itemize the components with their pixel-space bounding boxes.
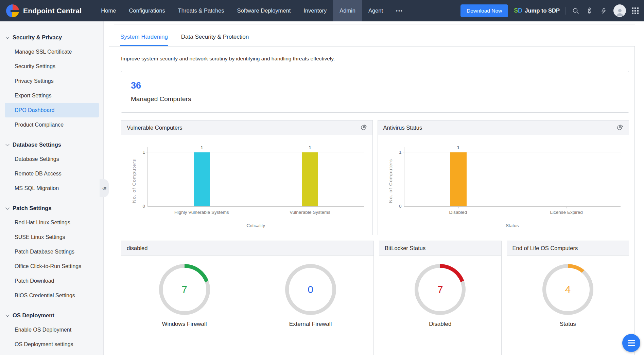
sidebar: Security & PrivacyManage SSL Certificate… — [0, 21, 104, 355]
jump-to-sdp-link[interactable]: SD Jump to SDP — [514, 7, 560, 14]
nav-item-admin[interactable]: Admin — [333, 0, 362, 21]
floating-menu-button[interactable] — [622, 334, 640, 352]
bar-categories: 11 — [148, 147, 364, 206]
nav-item-configurations[interactable]: Configurations — [122, 0, 171, 21]
vulnerable-computers-card: Vulnerable Computers No. of Computers011… — [121, 120, 373, 235]
user-avatar[interactable] — [613, 4, 626, 17]
sidebar-item-enable-os-deployment[interactable]: Enable OS Deployment — [0, 322, 103, 337]
sidebar-item-manage-ssl-certificate[interactable]: Manage SSL Certificate — [0, 44, 103, 59]
donut-value[interactable]: 4 — [565, 284, 571, 295]
collapse-sidebar-icon: ‹≡ — [102, 185, 106, 191]
sidebar-item-product-compliance[interactable]: Product Compliance — [0, 117, 103, 132]
x-axis-title: Criticality — [147, 223, 364, 228]
chart-wrap: No. of Computers011DisabledLicense Expir… — [388, 147, 621, 228]
more-menu-icon[interactable]: ••• — [389, 0, 410, 21]
sidebar-item-remote-db-access[interactable]: Remote DB Access — [0, 166, 103, 181]
hamburger-icon — [628, 340, 635, 341]
endpoint-central-logo-icon[interactable] — [6, 4, 19, 17]
donut-label: Disabled — [429, 321, 451, 328]
card-title: BitLocker Status — [385, 245, 425, 251]
whats-new-rocket-icon[interactable] — [586, 7, 594, 15]
chart-wrap: No. of Computers0111Highly Vulnerable Sy… — [132, 147, 364, 228]
chevron-down-icon — [5, 35, 9, 39]
sidebar-item-os-deployment-settings[interactable]: OS Deployment settings — [0, 337, 103, 352]
sidebar-collapse-button[interactable]: ‹≡ — [100, 179, 109, 197]
end-of-life-os-header: End of Life OS Computers — [507, 241, 629, 256]
antivirus-status-header: Antivirus Status — [378, 120, 629, 135]
navbar-right: Download Now SD Jump to SDP — [460, 4, 639, 17]
sdp-icon: SD — [514, 7, 522, 14]
x-tick-label-disabled: Disabled — [404, 210, 512, 215]
x-axis-title: Status — [404, 223, 621, 228]
tab-system-hardening[interactable]: System Hardening — [120, 34, 168, 46]
sidebar-item-security-settings[interactable]: Security Settings — [0, 59, 103, 74]
sidebar-item-dpo-dashboard[interactable]: DPO Dashboard — [5, 103, 99, 117]
main-content: Data Protection Officer Dashboard System… — [104, 0, 644, 355]
pie-chart-toggle-icon[interactable] — [360, 124, 367, 131]
sidebar-item-red-hat-linux-settings[interactable]: Red Hat Linux Settings — [0, 215, 103, 230]
nav-item-agent[interactable]: Agent — [362, 0, 389, 21]
donut-value[interactable]: 7 — [181, 284, 187, 295]
pie-chart-toggle-icon[interactable] — [616, 124, 623, 131]
nav-item-inventory[interactable]: Inventory — [297, 0, 333, 21]
plot-area: 0111 — [147, 147, 364, 207]
x-tick-label-license-expired: License Expired — [512, 210, 621, 215]
bar-highly-vulnerable-systems: 1 — [194, 152, 210, 206]
download-now-button[interactable]: Download Now — [460, 4, 508, 17]
nav-item-home[interactable]: Home — [94, 0, 122, 21]
navbar-divider — [565, 7, 566, 15]
tab-bar: System Hardening Data Security & Protect… — [114, 34, 635, 46]
sidebar-item-patch-download[interactable]: Patch Download — [0, 274, 103, 288]
bar-vulnerable-systems: 1 — [302, 152, 318, 206]
sidebar-item-database-settings[interactable]: Database Settings — [0, 152, 103, 166]
x-tick-mark — [202, 207, 202, 208]
search-icon[interactable] — [572, 7, 580, 15]
donut-ring: 4 — [542, 264, 593, 315]
firewall-disabled-header: disabled — [121, 241, 373, 256]
managed-computers-count[interactable]: 36 — [131, 80, 619, 91]
bar-value-label: 1 — [309, 145, 312, 150]
donut-hole: 7 — [163, 268, 206, 311]
sidebar-item-bios-credential-settings[interactable]: BIOS Credential Settings — [0, 288, 103, 303]
sidebar-section-header-os-deployment[interactable]: OS Deployment — [0, 309, 103, 322]
y-tick-label: 0 — [396, 204, 402, 209]
sidebar-section-header-security-privacy[interactable]: Security & Privacy — [0, 31, 103, 44]
sidebar-section-os-deployment: OS DeploymentEnable OS DeploymentOS Depl… — [0, 309, 103, 352]
bar-value-label: 1 — [457, 145, 460, 150]
nav-item-threats-patches[interactable]: Threats & Patches — [172, 0, 231, 21]
bar-chart: No. of Computers011DisabledLicense Expir… — [378, 135, 629, 235]
sidebar-item-export-settings[interactable]: Export Settings — [0, 88, 103, 103]
apps-grid-icon[interactable] — [632, 7, 639, 14]
donut-value[interactable]: 7 — [437, 284, 443, 295]
donut-group: 7Disabled — [379, 256, 501, 328]
tab-data-security-protection[interactable]: Data Security & Protection — [181, 34, 249, 46]
sidebar-section-header-database-settings[interactable]: Database Settings — [0, 138, 103, 152]
top-navbar: Endpoint Central HomeConfigurationsThrea… — [0, 0, 644, 21]
donut-group: 4Status — [507, 256, 629, 328]
nav-item-software-deployment[interactable]: Software Deployment — [231, 0, 297, 21]
chevron-down-icon — [5, 206, 9, 209]
bitlocker-status-card: BitLocker Status 7Disabled — [379, 241, 501, 355]
donut-ring: 7 — [159, 264, 210, 315]
donut-ring: 0 — [285, 264, 336, 315]
bar-category: 1 — [256, 147, 364, 206]
sidebar-item-suse-linux-settings[interactable]: SUSE Linux Settings — [0, 230, 103, 244]
managed-computers-card[interactable]: 36 Managed Computers — [121, 71, 629, 113]
sidebar-nav: Security & PrivacyManage SSL Certificate… — [0, 31, 103, 352]
x-tick-mark — [567, 207, 567, 208]
x-tick-mark — [310, 207, 310, 208]
sidebar-item-privacy-settings[interactable]: Privacy Settings — [0, 74, 103, 88]
donut-row: 4Status — [507, 256, 629, 328]
quick-actions-lightning-icon[interactable] — [599, 7, 608, 15]
sidebar-item-patch-database-settings[interactable]: Patch Database Settings — [0, 244, 103, 259]
sidebar-item-ms-sql-migration[interactable]: MS SQL Migration — [0, 181, 103, 195]
antivirus-status-card: Antivirus Status No. of Computers011Disa… — [378, 120, 629, 235]
x-tick-mark — [458, 207, 459, 208]
bar-value-label: 1 — [201, 145, 203, 150]
sidebar-section-header-patch-settings[interactable]: Patch Settings — [0, 201, 103, 215]
donut-ring: 7 — [415, 264, 466, 315]
y-axis-label: No. of Computers — [132, 159, 137, 203]
sidebar-section-title: Security & Privacy — [13, 34, 62, 41]
donut-value[interactable]: 0 — [308, 284, 313, 295]
sidebar-item-office-click-to-run-settings[interactable]: Office Click-to-Run Settings — [0, 259, 103, 274]
